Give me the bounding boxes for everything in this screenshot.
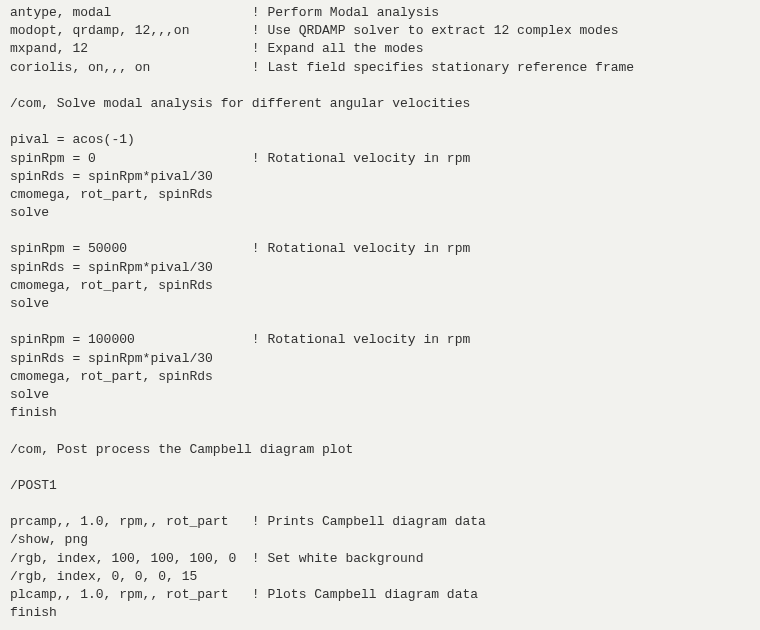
code-line: spinRpm = 100000 ! Rotational velocity i…: [10, 331, 750, 349]
code-line: finish: [10, 404, 750, 422]
code-line: modopt, qrdamp, 12,,,on ! Use QRDAMP sol…: [10, 22, 750, 40]
code-line: spinRpm = 50000 ! Rotational velocity in…: [10, 240, 750, 258]
code-line: plcamp,, 1.0, rpm,, rot_part ! Plots Cam…: [10, 586, 750, 604]
code-line: spinRds = spinRpm*pival/30: [10, 168, 750, 186]
code-line: finish: [10, 604, 750, 622]
code-line: /com, Post process the Campbell diagram …: [10, 441, 750, 459]
code-line: [10, 222, 750, 240]
code-line: [10, 422, 750, 440]
code-line: antype, modal ! Perform Modal analysis: [10, 4, 750, 22]
code-line: coriolis, on,,, on ! Last field specifie…: [10, 59, 750, 77]
code-line: [10, 459, 750, 477]
code-line: [10, 495, 750, 513]
code-line: /show, png: [10, 531, 750, 549]
code-line: [10, 113, 750, 131]
code-line: pival = acos(-1): [10, 131, 750, 149]
code-line: [10, 77, 750, 95]
code-line: solve: [10, 386, 750, 404]
code-line: spinRpm = 0 ! Rotational velocity in rpm: [10, 150, 750, 168]
code-line: /rgb, index, 100, 100, 100, 0 ! Set whit…: [10, 550, 750, 568]
code-line: /com, Solve modal analysis for different…: [10, 95, 750, 113]
code-line: spinRds = spinRpm*pival/30: [10, 350, 750, 368]
code-line: mxpand, 12 ! Expand all the modes: [10, 40, 750, 58]
code-line: spinRds = spinRpm*pival/30: [10, 259, 750, 277]
code-line: cmomega, rot_part, spinRds: [10, 368, 750, 386]
code-line: prcamp,, 1.0, rpm,, rot_part ! Prints Ca…: [10, 513, 750, 531]
code-line: solve: [10, 204, 750, 222]
code-line: cmomega, rot_part, spinRds: [10, 277, 750, 295]
code-line: /POST1: [10, 477, 750, 495]
code-line: /rgb, index, 0, 0, 0, 15: [10, 568, 750, 586]
code-line: cmomega, rot_part, spinRds: [10, 186, 750, 204]
code-line: solve: [10, 295, 750, 313]
code-line: [10, 313, 750, 331]
code-block: antype, modal ! Perform Modal analysismo…: [10, 4, 750, 622]
